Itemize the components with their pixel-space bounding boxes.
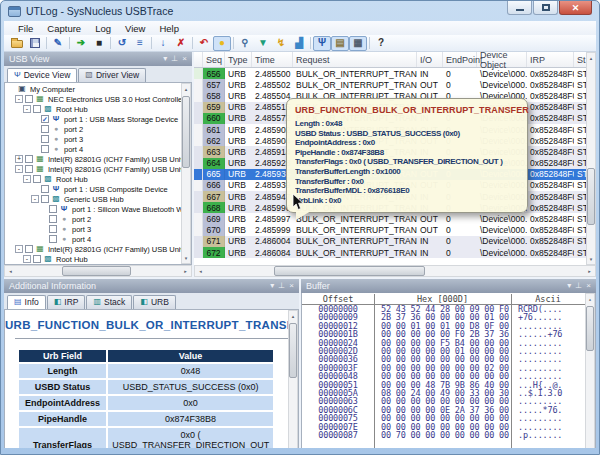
tree-item[interactable]: -▩Root Hub xyxy=(5,174,191,184)
statistics-button[interactable]: ▟ xyxy=(290,36,308,51)
menu-item-file[interactable]: File xyxy=(12,23,39,34)
undo-button[interactable]: ↶ xyxy=(195,36,213,51)
restart-capture-button[interactable]: ↺ xyxy=(113,36,131,51)
pin-icon[interactable]: ⊥ xyxy=(171,55,178,63)
trace-horizontal-scrollbar[interactable]: ◂ ▸ xyxy=(194,265,596,277)
scroll-left-icon[interactable]: ◂ xyxy=(195,266,206,276)
scroll-track[interactable] xyxy=(586,304,594,448)
trace-row[interactable]: 671URB2.486004BULK_OR_INTERRUPT_TRANSFER… xyxy=(194,236,596,247)
tab-driver-view[interactable]: ▧Driver View xyxy=(78,68,146,82)
tree-item[interactable]: -▩Generic USB Hub xyxy=(5,194,191,204)
tree-item[interactable]: ●port 2 xyxy=(5,124,191,134)
scroll-track[interactable] xyxy=(289,321,297,448)
search-button[interactable]: ⚲ xyxy=(236,36,254,51)
column-header-gutter[interactable] xyxy=(194,52,203,67)
usb-view-toggle[interactable]: Ψ xyxy=(313,36,331,51)
tree-item[interactable]: ●port 3 xyxy=(5,224,191,234)
menu-item-view[interactable]: View xyxy=(119,23,151,34)
pin-icon[interactable]: ⊥ xyxy=(575,282,582,290)
menu-item-capture[interactable]: Capture xyxy=(41,23,87,34)
tree-item[interactable]: -▦NEC Electronics USB 3.0 Host Controlle… xyxy=(5,94,191,104)
scroll-down-icon[interactable]: ▾ xyxy=(587,254,595,264)
scroll-right-icon[interactable]: ▸ xyxy=(584,266,595,276)
scroll-thumb[interactable] xyxy=(274,266,425,276)
close-icon[interactable]: × xyxy=(289,282,294,290)
highlight-button[interactable]: ● xyxy=(213,36,231,51)
menu-item-log[interactable]: Log xyxy=(89,23,117,34)
buffer-row[interactable]: 0000008700 70 00 00 00 00 00 00 00.p....… xyxy=(302,431,595,439)
scroll-up-icon[interactable]: ▴ xyxy=(586,294,594,304)
scroll-thumb[interactable] xyxy=(62,266,131,276)
column-header-I/O[interactable]: I/O xyxy=(417,52,443,67)
scroll-thumb[interactable] xyxy=(586,306,594,351)
collapse-icon[interactable]: - xyxy=(15,95,23,103)
tree-item[interactable]: ●port 2 xyxy=(5,214,191,224)
tree-item[interactable]: Ψport 1 : USB Composite Device xyxy=(5,184,191,194)
scroll-track[interactable] xyxy=(206,266,584,276)
scroll-up-icon[interactable]: ▴ xyxy=(289,311,297,321)
tab-irp[interactable]: ◧IRP xyxy=(47,295,86,309)
checkbox[interactable] xyxy=(49,205,57,213)
help-button[interactable]: ? xyxy=(372,36,390,51)
scroll-right-icon[interactable]: ▸ xyxy=(180,266,191,276)
scroll-up-icon[interactable]: ▴ xyxy=(587,53,595,63)
scroll-left-icon[interactable]: ◂ xyxy=(5,266,16,276)
checkbox[interactable] xyxy=(33,255,41,263)
close-icon[interactable]: × xyxy=(586,282,591,290)
tree-item[interactable]: -▦Intel(R) 82801G (ICH7 Family) USB Univ… xyxy=(5,164,191,174)
checkbox[interactable] xyxy=(41,185,49,193)
checkbox[interactable] xyxy=(25,155,33,163)
trace-vertical-scrollbar[interactable]: ▴ ▾ xyxy=(586,52,596,265)
scroll-track[interactable] xyxy=(182,94,190,253)
column-header-IRP[interactable]: IRP xyxy=(527,52,574,67)
close-button[interactable]: ✕ xyxy=(559,1,592,15)
checkbox[interactable] xyxy=(41,195,49,203)
checkbox[interactable] xyxy=(49,225,57,233)
column-header-Time[interactable]: Time xyxy=(252,52,293,67)
trace-row[interactable]: 656URB2.485500BULK_OR_INTERRUPT_TRANSFER… xyxy=(194,68,596,79)
column-header-Device Object[interactable]: Device Object xyxy=(477,52,527,67)
column-header-Request[interactable]: Request xyxy=(293,52,417,67)
scroll-up-icon[interactable]: ▴ xyxy=(182,84,190,94)
collapse-icon[interactable]: - xyxy=(15,245,23,253)
checkbox[interactable] xyxy=(33,105,41,113)
collapse-icon[interactable]: - xyxy=(23,105,31,113)
checkbox[interactable] xyxy=(25,245,33,253)
tree-item[interactable]: Ψport 1 : Silicon Wave Bluetooth Wire xyxy=(5,204,191,214)
scroll-down-icon[interactable]: ▾ xyxy=(182,253,190,263)
minimize-button[interactable] xyxy=(507,1,532,15)
tree-item[interactable]: -▩Root Hub xyxy=(5,104,191,114)
tree-item[interactable]: ●port 4 xyxy=(5,234,191,244)
info-vertical-scrollbar[interactable]: ▴ ▾ xyxy=(288,310,298,448)
filter-button[interactable]: ▼ xyxy=(254,36,272,51)
tree-item[interactable]: +▦Intel(R) 82801G (ICH7 Family) USB Univ… xyxy=(5,154,191,164)
maximize-button[interactable] xyxy=(533,1,558,15)
tree-item[interactable]: -▦Intel(R) 82801G (ICH7 Family) USB Univ… xyxy=(5,244,191,254)
buffer-vertical-scrollbar[interactable]: ▴ ▾ xyxy=(585,293,595,448)
save-log-button[interactable] xyxy=(26,36,44,51)
close-icon[interactable]: × xyxy=(182,55,187,63)
tree-horizontal-scrollbar[interactable]: ◂ ▸ xyxy=(4,265,192,277)
scroll-track[interactable] xyxy=(16,266,180,276)
checkbox[interactable] xyxy=(49,215,57,223)
tab-info[interactable]: ▤Info xyxy=(7,295,46,309)
panel-menu-icon[interactable]: ▾ xyxy=(270,282,274,290)
scroll-down-button[interactable]: ↓ xyxy=(154,36,172,51)
clear-log-button[interactable]: ✗ xyxy=(172,36,190,51)
open-log-button[interactable] xyxy=(8,36,26,51)
trace-row[interactable]: 672URB2.486084BULK_OR_INTERRUPT_TRANSFER… xyxy=(194,247,596,258)
checkbox[interactable] xyxy=(25,95,33,103)
start-capture-button[interactable]: ➔ xyxy=(72,36,90,51)
checkbox-checked[interactable]: ✓ xyxy=(41,115,49,123)
checkbox[interactable] xyxy=(41,135,49,143)
panel-menu-icon[interactable]: ▾ xyxy=(567,282,571,290)
scroll-thumb[interactable] xyxy=(587,168,595,225)
tab-device-view[interactable]: ΨDevice View xyxy=(7,68,77,82)
checkbox[interactable] xyxy=(41,125,49,133)
scroll-track[interactable] xyxy=(587,63,595,254)
collapse-icon[interactable]: - xyxy=(23,175,31,183)
column-header-Type[interactable]: Type xyxy=(225,52,252,67)
tab-stack[interactable]: ▥Stack xyxy=(86,295,132,309)
buffer-panel-toggle[interactable]: ▦ xyxy=(349,36,367,51)
checkbox[interactable] xyxy=(41,145,49,153)
